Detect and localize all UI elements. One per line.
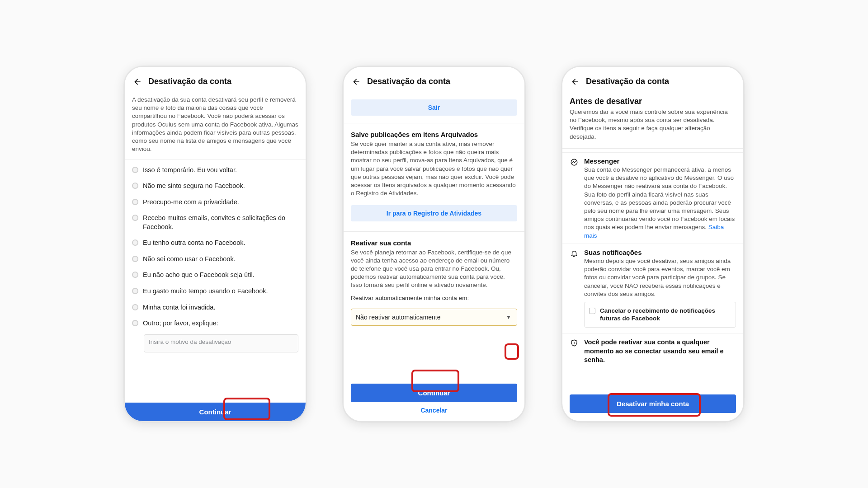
phone-screen-1: Desativação da conta A desativação da su… [124, 66, 307, 422]
reactivate-select[interactable]: Não reativar automaticamente ▼ [351, 309, 517, 326]
messenger-section: Messenger Sua conta do Messenger permane… [562, 152, 743, 244]
activity-log-button[interactable]: Ir para o Registro de Atividades [351, 205, 517, 221]
screen-body: Sair Salve publicações em Itens Arquivad… [344, 92, 524, 421]
radio-icon [132, 183, 138, 189]
opt-out-checkbox[interactable]: Cancelar o recebimento de notificações f… [584, 302, 736, 328]
continue-button[interactable]: Continuar [351, 384, 517, 402]
cancel-link[interactable]: Cancelar [344, 402, 524, 421]
reactivate-description: Se você planeja retornar ao Facebook, ce… [344, 248, 524, 293]
page-title: Desativação da conta [367, 77, 450, 86]
reason-option[interactable]: Eu gasto muito tempo usando o Facebook. [132, 283, 298, 300]
notifications-title: Suas notificações [584, 249, 736, 256]
other-reason-input[interactable]: Insira o motivo da desativação [144, 334, 298, 352]
reason-option[interactable]: Não me sinto segura no Facebook. [132, 178, 298, 194]
shield-icon [570, 339, 579, 365]
radio-icon [132, 304, 138, 310]
reason-option[interactable]: Eu tenho outra conta no Facebook. [132, 235, 298, 251]
archive-heading: Salve publicações em Itens Arquivados [344, 127, 524, 139]
logout-button[interactable]: Sair [351, 99, 517, 116]
reactivate-heading: Reativar sua conta [344, 235, 524, 248]
reactivate-note-section: Você pode reativar sua conta a qualquer … [562, 333, 743, 368]
back-arrow-icon[interactable] [133, 77, 142, 86]
back-arrow-icon[interactable] [352, 77, 361, 86]
reason-option[interactable]: Minha conta foi invadida. [132, 300, 298, 316]
messenger-icon [570, 158, 579, 240]
page-title: Desativação da conta [148, 77, 231, 86]
archive-description: Se você quer manter a sua conta ativa, m… [344, 139, 524, 202]
page-title: Desativação da conta [586, 77, 669, 86]
reason-option[interactable]: Não sei como usar o Facebook. [132, 251, 298, 267]
select-value: Não reativar automaticamente [351, 309, 517, 326]
chevron-down-icon: ▼ [503, 311, 514, 323]
reason-option[interactable]: Eu não acho que o Facebook seja útil. [132, 267, 298, 283]
reactivate-select-label: Reativar automaticamente minha conta em: [344, 293, 524, 306]
before-deactivate-description: Queremos dar a você mais controle sobre … [562, 107, 743, 145]
checkbox-icon [589, 308, 595, 314]
divider [344, 231, 524, 232]
reason-radio-list: Isso é temporário. Eu vou voltar. Não me… [125, 160, 306, 403]
divider [344, 123, 524, 123]
deactivate-account-button[interactable]: Desativar minha conta [570, 394, 736, 413]
continue-button[interactable]: Continuar [125, 403, 306, 421]
before-deactivate-heading: Antes de desativar [562, 92, 743, 107]
radio-icon [132, 320, 138, 326]
radio-icon [132, 256, 138, 262]
notifications-description: Mesmo depois que você desativar, seus am… [584, 257, 736, 298]
messenger-title: Messenger [584, 157, 736, 165]
radio-icon [132, 239, 138, 246]
reason-option[interactable]: Preocupo-me com a privacidade. [132, 194, 298, 211]
radio-icon [132, 288, 138, 294]
screen-body: Antes de desativar Queremos dar a você m… [562, 92, 743, 421]
notifications-section: Suas notificações Mesmo depois que você … [562, 244, 743, 333]
reason-option[interactable]: Recebo muitos emails, convites e solicit… [132, 210, 298, 235]
header: Desativação da conta [344, 67, 524, 92]
reason-option[interactable]: Isso é temporário. Eu vou voltar. [132, 162, 298, 178]
radio-icon [132, 215, 138, 221]
radio-icon [132, 167, 138, 173]
bell-icon [570, 249, 579, 329]
header: Desativação da conta [125, 67, 306, 92]
reason-option-other[interactable]: Outro; por favor, explique: [132, 315, 298, 332]
screen-body: A desativação da sua conta desativará se… [125, 92, 306, 421]
phone-screen-3: Desativação da conta Antes de desativar … [561, 66, 744, 422]
messenger-description: Sua conta do Messenger permanecerá ativa… [584, 166, 736, 240]
header: Desativação da conta [562, 67, 743, 92]
divider [562, 148, 743, 149]
phone-screen-2: Desativação da conta Sair Salve publicaç… [343, 66, 525, 422]
back-arrow-icon[interactable] [571, 77, 580, 86]
reactivate-note: Você pode reativar sua conta a qualquer … [584, 338, 736, 365]
radio-icon [132, 272, 138, 278]
radio-icon [132, 199, 138, 205]
deactivation-description: A desativação da sua conta desativará se… [125, 92, 306, 160]
